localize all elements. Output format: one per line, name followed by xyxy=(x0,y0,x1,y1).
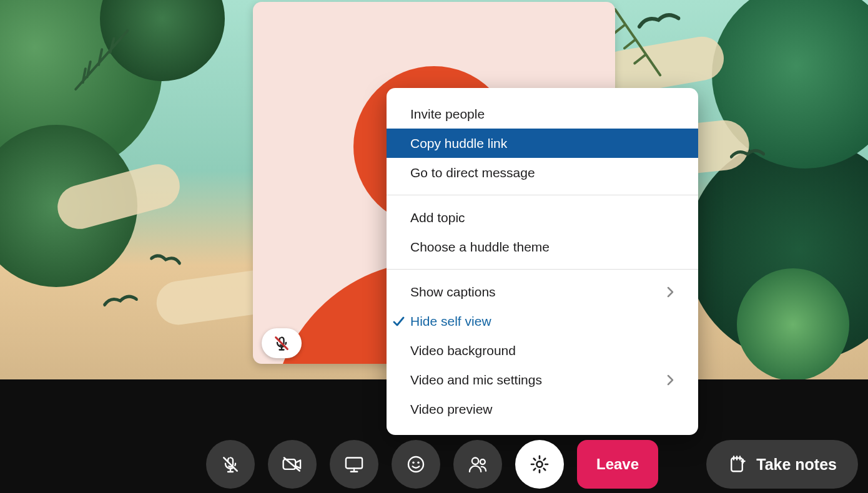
menu-item-add-topic[interactable]: Add topic xyxy=(387,203,698,232)
menu-separator xyxy=(387,195,698,195)
take-notes-label: Take notes xyxy=(756,456,837,474)
menu-item-video-mic-settings[interactable]: Video and mic settings xyxy=(387,365,698,394)
leave-label: Leave xyxy=(596,456,639,473)
people-icon xyxy=(467,455,488,474)
emoji-icon xyxy=(406,454,426,474)
svg-rect-0 xyxy=(284,459,296,469)
emoji-reactions-button[interactable] xyxy=(392,440,440,489)
check-icon xyxy=(392,315,405,328)
menu-item-label: Video background xyxy=(410,344,516,357)
screen-share-icon xyxy=(343,455,365,474)
menu-item-label: Copy huddle link xyxy=(410,137,507,150)
svg-point-4 xyxy=(417,462,419,464)
camera-toggle-button[interactable] xyxy=(268,440,317,489)
menu-item-label: Choose a huddle theme xyxy=(410,240,550,253)
take-notes-button[interactable]: Take notes xyxy=(706,440,858,489)
screen-share-button[interactable] xyxy=(330,440,378,489)
mic-toggle-button[interactable] xyxy=(206,440,255,489)
more-options-menu: Invite people Copy huddle link Go to dir… xyxy=(387,88,698,435)
leave-button[interactable]: Leave xyxy=(577,440,658,489)
menu-item-label: Video preview xyxy=(410,403,493,416)
menu-item-label: Invite people xyxy=(410,107,485,120)
people-button[interactable] xyxy=(453,440,502,489)
mic-muted-icon xyxy=(220,454,240,474)
decor-bird xyxy=(102,290,139,313)
notes-icon xyxy=(727,455,746,474)
menu-item-direct-message[interactable]: Go to direct message xyxy=(387,158,698,187)
menu-item-copy-huddle-link[interactable]: Copy huddle link xyxy=(387,129,698,158)
svg-point-7 xyxy=(536,461,542,467)
gear-icon xyxy=(529,454,550,475)
menu-item-video-background[interactable]: Video background xyxy=(387,336,698,365)
decor-bird xyxy=(729,145,766,166)
menu-item-label: Video and mic settings xyxy=(410,373,542,386)
svg-point-6 xyxy=(480,459,485,464)
svg-rect-1 xyxy=(346,458,362,469)
menu-item-label: Add topic xyxy=(410,211,465,224)
svg-point-5 xyxy=(472,458,478,464)
chevron-right-icon xyxy=(666,286,674,298)
menu-separator xyxy=(387,269,698,270)
huddle-toolbar: Leave Take notes xyxy=(0,441,868,493)
chevron-right-icon xyxy=(666,374,674,386)
camera-off-icon xyxy=(282,455,303,474)
decor-bird xyxy=(149,250,182,271)
menu-item-choose-theme[interactable]: Choose a huddle theme xyxy=(387,232,698,261)
menu-item-label: Go to direct message xyxy=(410,166,535,179)
svg-point-3 xyxy=(412,462,414,464)
decor-leaf xyxy=(737,268,849,379)
participant-mic-muted-badge xyxy=(262,328,302,358)
menu-item-show-captions[interactable]: Show captions xyxy=(387,277,698,306)
mic-muted-icon xyxy=(273,334,290,352)
svg-point-2 xyxy=(408,457,423,472)
more-options-button[interactable] xyxy=(515,440,564,489)
menu-item-label: Show captions xyxy=(410,285,496,298)
menu-item-hide-self-view[interactable]: Hide self view xyxy=(387,306,698,336)
menu-item-label: Hide self view xyxy=(410,315,491,328)
menu-item-invite-people[interactable]: Invite people xyxy=(387,99,698,129)
menu-item-video-preview[interactable]: Video preview xyxy=(387,394,698,424)
